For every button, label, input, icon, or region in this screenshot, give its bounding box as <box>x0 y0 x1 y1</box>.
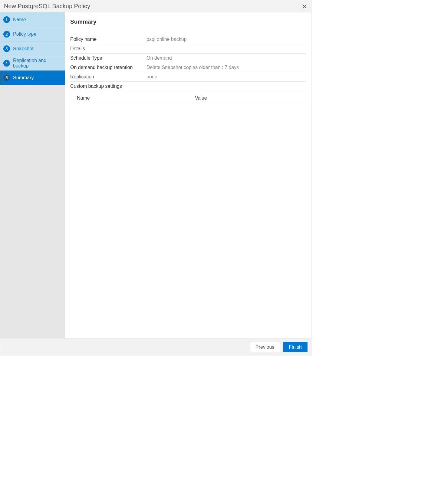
step-summary[interactable]: 5 Summary <box>0 71 65 85</box>
label-policy-name: Policy name <box>70 37 146 42</box>
row-policy-name: Policy name psql online backup <box>70 35 306 44</box>
step-number: 3 <box>3 45 10 52</box>
row-details: Details <box>70 44 306 54</box>
row-schedule-type: Schedule Type On demand <box>70 54 306 63</box>
wizard-sidebar: 1 Name 2 Policy type 3 Snapshot 4 Replic… <box>0 12 65 338</box>
dialog: New PostgreSQL Backup Policy 1 Name 2 Po… <box>0 0 311 356</box>
value-policy-name: psql online backup <box>146 37 187 42</box>
value-replication: none <box>146 74 157 80</box>
step-replication-backup[interactable]: 4 Replication and backup <box>0 56 65 71</box>
value-schedule-type: On demand <box>146 55 172 61</box>
step-number: 4 <box>3 60 10 67</box>
custom-settings-header: Name Value <box>70 92 306 104</box>
row-retention: On demand backup retention Delete Snapsh… <box>70 63 306 72</box>
step-label: Summary <box>13 75 34 81</box>
step-number: 5 <box>3 74 10 81</box>
value-retention: Delete Snapshot copies older than : 7 da… <box>146 65 239 70</box>
finish-button[interactable]: Finish <box>283 342 308 352</box>
step-label: Policy type <box>13 31 36 37</box>
step-snapshot[interactable]: 3 Snapshot <box>0 41 65 56</box>
dialog-title: New PostgreSQL Backup Policy <box>4 3 90 10</box>
row-custom-settings: Custom backup settings <box>70 82 306 91</box>
col-value: Value <box>195 95 207 101</box>
label-schedule-type: Schedule Type <box>70 55 146 61</box>
step-number: 2 <box>3 31 10 38</box>
step-number: 1 <box>3 16 10 23</box>
row-replication: Replication none <box>70 72 306 82</box>
dialog-body: 1 Name 2 Policy type 3 Snapshot 4 Replic… <box>0 12 311 338</box>
step-label: Snapshot <box>13 46 34 51</box>
step-label: Replication and backup <box>13 58 62 69</box>
previous-button[interactable]: Previous <box>250 342 280 352</box>
step-name[interactable]: 1 Name <box>0 12 65 27</box>
titlebar: New PostgreSQL Backup Policy <box>0 0 311 12</box>
dialog-footer: Previous Finish <box>0 338 311 356</box>
label-replication: Replication <box>70 74 146 80</box>
label-retention: On demand backup retention <box>70 65 146 70</box>
step-policy-type[interactable]: 2 Policy type <box>0 27 65 41</box>
step-label: Name <box>13 17 26 22</box>
close-icon[interactable] <box>301 3 308 9</box>
col-name: Name <box>77 95 195 101</box>
page-title: Summary <box>70 18 306 25</box>
main-content: Summary Policy name psql online backup D… <box>65 12 311 338</box>
